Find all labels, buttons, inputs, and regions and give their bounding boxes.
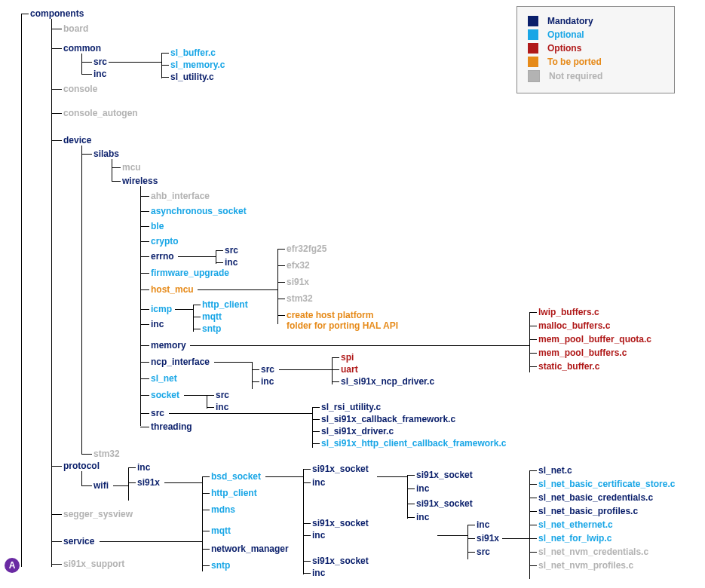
node-sl-net-dir: sl_net (151, 373, 177, 384)
node-fw-upgrade: firmware_upgrade (151, 268, 229, 278)
file-http-cb-fw: sl_si91x_http_client_callback_framework.… (321, 438, 506, 449)
node-wireless-src: src (151, 408, 164, 418)
swatch-notrequired (528, 70, 540, 82)
file-sl-memory: sl_memory.c (170, 60, 225, 70)
node-stm32: stm32 (93, 449, 120, 459)
note-host0: create host platform (287, 310, 373, 320)
node-protocol: protocol (63, 461, 100, 471)
node-col1a3: si91x_socket (312, 556, 369, 566)
file-sl-net-nvm-prof: sl_net_nvm_profiles.c (538, 560, 633, 571)
node-col2b2: inc (416, 512, 429, 522)
file-sl-net-credentials: sl_net_basic_credentials.c (538, 492, 653, 503)
file-sl-net-profiles: sl_net_basic_profiles.c (538, 506, 638, 516)
node-ahb: ahb_interface (151, 191, 210, 201)
file-malloc-buffers: malloc_buffers.c (538, 320, 610, 331)
node-common-src: src (93, 57, 107, 67)
node-col2b: inc (416, 483, 429, 494)
node-mqtt-c: mqtt (202, 311, 222, 322)
node-proto-si91x: si91x (137, 477, 160, 488)
node-common: common (63, 43, 101, 54)
node-board: board (63, 23, 88, 34)
node-si91x-target: si91x (287, 277, 309, 287)
node-ncp-src: src (261, 364, 274, 375)
node-col3b: si91x (477, 533, 499, 544)
file-sl-buffer: sl_buffer.c (170, 47, 216, 58)
node-console-autogen: console_autogen (63, 108, 138, 118)
legend-optional: Optional (547, 29, 584, 40)
node-col2a: si91x_socket (416, 470, 473, 480)
file-lwip-buffers: lwip_buffers.c (538, 307, 599, 317)
node-efr32fg25: efr32fg25 (287, 243, 326, 254)
legend-not-required: Not required (549, 71, 602, 81)
node-errno-inc: inc (225, 257, 238, 268)
node-wireless-inc: inc (151, 319, 164, 329)
node-threading: threading (151, 421, 192, 432)
node-wifi: wifi (93, 480, 109, 491)
node-col3a: inc (477, 519, 489, 530)
node-col2a2: si91x_socket (416, 498, 473, 509)
node-col1b: inc (312, 477, 325, 488)
node-mcu: mcu (122, 162, 141, 173)
node-silabs: silabs (93, 149, 119, 159)
node-host-mcu: host_mcu (151, 284, 194, 295)
file-mem-pool-quota: mem_pool_buffer_quota.c (538, 334, 651, 345)
node-device: device (63, 135, 91, 145)
file-si91x-driver: sl_si91x_driver.c (321, 426, 394, 436)
node-si91x-support: si91x_support (63, 559, 124, 569)
node-socket: socket (151, 390, 179, 400)
node-errno: errno (151, 251, 174, 262)
node-console: console (63, 84, 97, 94)
file-sl-net-nvm-cred: sl_net_nvm_credentials.c (538, 547, 648, 557)
file-mem-pool-buffers: mem_pool_buffers.c (538, 348, 627, 358)
node-wireless: wireless (122, 176, 158, 186)
node-ncp-spi: spi (341, 352, 354, 363)
node-async-socket: asynchronous_socket (151, 206, 247, 216)
node-http-client: http_client (202, 299, 248, 310)
node-ncp-uart: uart (341, 364, 358, 375)
node-mdns: mdns (211, 504, 235, 515)
node-icmp: icmp (151, 304, 172, 314)
legend-options: Options (547, 43, 581, 54)
file-sl-utility: sl_utility.c (170, 72, 214, 82)
file-rsi-utility: sl_rsi_utility.c (321, 402, 381, 412)
node-ncp-inc: inc (261, 376, 274, 387)
legend-mandatory: Mandatory (547, 16, 593, 26)
node-col1a2: si91x_socket (312, 518, 369, 528)
node-socket-src: src (216, 390, 229, 400)
node-common-inc: inc (93, 69, 106, 79)
node-stm32-target: stm32 (287, 293, 313, 304)
node-col1a: si91x_socket (312, 464, 369, 474)
file-sl-net-ethernet: sl_net_ethernet.c (538, 519, 613, 530)
node-proto-inc: inc (137, 462, 150, 473)
file-sl-net: sl_net.c (538, 465, 572, 476)
swatch-tobeported (528, 57, 538, 67)
spine-root (21, 14, 22, 567)
file-sl-net-lwip: sl_net_for_lwip.c (538, 533, 612, 544)
swatch-optional (528, 29, 538, 40)
node-ncp-driver: sl_si91x_ncp_driver.c (341, 376, 434, 387)
badge-a: A (5, 558, 20, 573)
node-network-manager: network_manager (211, 544, 289, 554)
node-memory: memory (151, 340, 186, 351)
node-sntp2: sntp (211, 560, 230, 571)
file-callback-fw: sl_si91x_callback_framework.c (321, 414, 455, 424)
legend-to-be-ported: To be ported (547, 57, 602, 67)
node-service: service (63, 536, 94, 547)
node-sntp-c: sntp (202, 323, 221, 334)
file-sl-net-cert-store: sl_net_basic_certificate_store.c (538, 479, 675, 489)
swatch-options (528, 43, 538, 54)
node-socket-inc: inc (216, 402, 228, 412)
legend-box: Mandatory Optional Options To be ported … (516, 6, 675, 93)
node-bsd-socket: bsd_socket (211, 471, 261, 482)
tree-canvas: Mandatory Optional Options To be ported … (0, 0, 705, 588)
swatch-mandatory (528, 16, 538, 26)
node-errno-src: src (225, 245, 238, 256)
node-ncp-interface: ncp_interface (151, 357, 210, 367)
node-segger: segger_sysview (63, 509, 133, 519)
file-static-buffer: static_buffer.c (538, 361, 599, 372)
note-host1: folder for porting HAL API (287, 320, 398, 331)
node-http-client2: http_client (211, 488, 257, 498)
node-crypto: crypto (151, 236, 179, 247)
node-col1b2: inc (312, 530, 325, 541)
node-ble: ble (151, 221, 164, 231)
